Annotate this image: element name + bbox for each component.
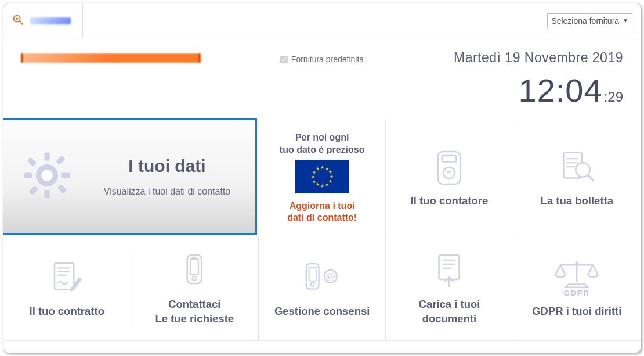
tile-grid: I tuoi dati Visualizza i tuoi dati di co… (3, 120, 641, 341)
search-icon[interactable] (12, 13, 24, 28)
top-bar: Seleziona fornitura ▼ (3, 3, 641, 38)
supply-select-dropdown[interactable]: Seleziona fornitura ▼ (547, 13, 632, 28)
consent-icon: @ (302, 258, 342, 299)
tile-contact-title: Contattaci Le tue richieste (155, 297, 234, 326)
date-text: Martedì 19 Novembre 2019 (454, 50, 623, 66)
eu-flag-icon: ★★★★★★★★★★★★ (295, 160, 349, 193)
gdpr-badge-text: GDPR (564, 289, 590, 297)
svg-rect-34 (439, 255, 460, 279)
svg-rect-13 (442, 156, 457, 162)
svg-rect-8 (27, 157, 37, 167)
tile-upload-documents[interactable]: Carica i tuoi documenti (386, 236, 513, 341)
gear-icon (21, 149, 73, 204)
svg-line-1 (20, 21, 23, 24)
time-seconds: :29 (604, 89, 623, 105)
tile-row2-split: Il tuo contratto Contattaci Le tue richi… (3, 236, 259, 341)
tile-your-data[interactable]: I tuoi dati Visualizza i tuoi dati di co… (3, 118, 257, 235)
contract-icon (46, 258, 87, 299)
tile-upload-title: Carica i tuoi documenti (419, 297, 480, 326)
info-row: Fornitura predefinita Martedì 19 Novembr… (3, 38, 641, 109)
promo-text-bottom: Aggiorna i tuoi dati di contatto! (287, 200, 357, 225)
default-supply-checkbox-input[interactable] (280, 56, 288, 63)
svg-point-2 (16, 17, 18, 20)
time-text: 12:04 :29 (518, 71, 623, 109)
meter-icon (429, 148, 469, 188)
tile-primary-subtitle: Visualizza i tuoi dati di contatto (91, 186, 244, 197)
default-supply-checkbox[interactable]: Fornitura predefinita (280, 55, 364, 64)
phone-icon (174, 251, 215, 292)
scales-icon: GDPR (551, 258, 603, 299)
tile-gdpr[interactable]: GDPR GDPR i tuoi diritti (513, 236, 641, 341)
time-main: 12:04 (518, 71, 602, 109)
tile-contact[interactable]: Contattaci Le tue richieste (131, 245, 259, 332)
svg-rect-28 (192, 256, 197, 257)
svg-rect-21 (55, 263, 74, 290)
svg-rect-5 (45, 190, 50, 198)
tile-bill-title: La tua bolletta (541, 194, 613, 208)
svg-point-31 (311, 283, 314, 286)
svg-rect-30 (309, 267, 316, 281)
tile-primary-text: I tuoi dati Visualizza i tuoi dati di co… (91, 156, 244, 197)
brand-logo (30, 17, 71, 24)
svg-rect-7 (61, 173, 70, 178)
app-frame: Seleziona fornitura ▼ Fornitura predefin… (3, 3, 641, 353)
separator (82, 3, 83, 38)
svg-line-20 (588, 175, 594, 180)
tile-consent-title: Gestione consensi (274, 304, 370, 319)
tile-contract-title: Il tuo contratto (30, 304, 104, 319)
svg-point-40 (576, 261, 578, 264)
svg-point-3 (39, 167, 56, 184)
svg-rect-10 (56, 156, 66, 166)
tile-primary-title: I tuoi dati (91, 156, 244, 176)
supply-select-label: Seleziona fornitura (551, 16, 619, 26)
svg-rect-6 (24, 173, 32, 178)
tile-consent[interactable]: @ Gestione consensi (259, 236, 386, 341)
address-bar-redacted (21, 53, 201, 63)
svg-rect-26 (190, 259, 198, 274)
upload-document-icon (429, 251, 469, 292)
date-time-block: Martedì 19 Novembre 2019 12:04 :29 (454, 50, 623, 109)
svg-rect-4 (45, 152, 50, 160)
tile-contract[interactable]: Il tuo contratto (3, 252, 131, 325)
tile-meter[interactable]: Il tuo contatore (386, 120, 513, 236)
top-bar-left (12, 3, 83, 38)
document-magnifier-icon (556, 148, 597, 188)
chevron-down-icon: ▼ (623, 17, 628, 24)
svg-rect-11 (28, 186, 38, 196)
tile-meter-title: Il tuo contatore (411, 194, 489, 208)
svg-text:@: @ (326, 271, 336, 282)
tile-promo-contact-data[interactable]: Per noi ogni tuo dato è prezioso ★★★★★★★… (259, 120, 386, 236)
tile-bill[interactable]: La tua bolletta (513, 120, 641, 236)
tile-gdpr-title: GDPR i tuoi diritti (532, 304, 621, 319)
default-supply-label: Fornitura predefinita (291, 55, 364, 64)
svg-point-27 (193, 276, 197, 280)
promo-text-top: Per noi ogni tuo dato è prezioso (280, 132, 365, 156)
svg-rect-9 (57, 184, 67, 194)
